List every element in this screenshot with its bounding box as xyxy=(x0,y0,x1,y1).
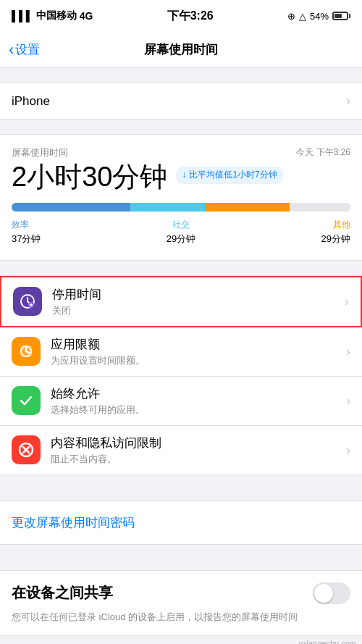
content-privacy-text: 内容和隐私访问限制 阻止不当内容。 xyxy=(51,435,346,466)
downtime-chevron-icon: › xyxy=(345,294,349,309)
content-privacy-title: 内容和隐私访问限制 xyxy=(51,435,346,451)
stat-efficiency-label: 效率 xyxy=(12,219,41,231)
alarm-icon: △ xyxy=(299,11,306,22)
downtime-subtitle: 关闭 xyxy=(52,304,345,317)
compare-icon: ↓ xyxy=(182,170,186,181)
app-limits-text: 应用限额 为应用设置时间限额。 xyxy=(51,336,346,367)
usage-compare: ↓ 比平均值低1小时7分钟 xyxy=(176,167,282,184)
section-gap-4 xyxy=(0,475,362,501)
usage-time-badge: 今天 下午3:26 xyxy=(296,146,350,159)
always-allowed-icon xyxy=(12,386,41,415)
stats-row: 效率 37分钟 社交 29分钟 其他 29分钟 xyxy=(12,219,350,246)
toggle-knob xyxy=(314,584,333,603)
bar-efficiency xyxy=(12,203,130,212)
battery-icon xyxy=(332,12,350,20)
iphone-label: iPhone xyxy=(12,94,50,109)
watermark: yzlangechu.com xyxy=(0,636,362,644)
stat-social-label: 社交 xyxy=(167,219,195,231)
usage-big-time: 2小时30分钟 xyxy=(12,162,167,193)
change-password-link[interactable]: 更改屏幕使用时间密码 xyxy=(12,516,135,530)
usage-section-label: 屏幕使用时间 xyxy=(12,146,68,159)
always-allowed-chevron-icon: › xyxy=(346,393,350,409)
section-gap-3 xyxy=(0,261,362,275)
bar-social xyxy=(130,203,205,212)
usage-progress-bar xyxy=(12,203,350,212)
app-limits-icon xyxy=(12,337,41,366)
settings-item-always-allowed[interactable]: 始终允许 选择始终可用的应用。 › xyxy=(0,377,362,426)
bar-other xyxy=(205,203,290,212)
downtime-title: 停用时间 xyxy=(52,286,345,303)
share-title: 在设备之间共享 xyxy=(12,583,113,603)
stat-efficiency: 效率 37分钟 xyxy=(12,219,41,246)
back-button[interactable]: ‹ 设置 xyxy=(9,41,40,58)
app-limits-title: 应用限额 xyxy=(51,336,346,353)
stat-social: 社交 29分钟 xyxy=(167,219,195,246)
status-time: 下午3:26 xyxy=(167,9,214,24)
network-type: 4G xyxy=(80,10,93,22)
back-label: 设置 xyxy=(15,41,40,58)
always-allowed-subtitle: 选择始终可用的应用。 xyxy=(51,403,346,417)
stat-social-duration: 29分钟 xyxy=(167,233,195,246)
location-icon: ⊕ xyxy=(287,11,295,22)
content-privacy-subtitle: 阻止不当内容。 xyxy=(51,453,346,466)
stat-efficiency-duration: 37分钟 xyxy=(12,233,41,246)
iphone-row[interactable]: iPhone › xyxy=(0,83,362,120)
usage-card: 屏幕使用时间 今天 下午3:26 2小时30分钟 ↓ 比平均值低1小时7分钟 效… xyxy=(0,134,362,261)
page-title: 屏幕使用时间 xyxy=(144,41,218,58)
app-limits-chevron-icon: › xyxy=(346,344,350,359)
downtime-icon xyxy=(13,287,42,316)
downtime-text: 停用时间 关闭 xyxy=(52,286,345,317)
settings-list: 停用时间 关闭 › 应用限额 为应用设置时间限额。 › 始终允许 选择始终可 xyxy=(0,275,362,475)
back-chevron-icon: ‹ xyxy=(9,42,14,58)
usage-header: 屏幕使用时间 今天 下午3:26 xyxy=(12,146,350,159)
carrier-info: ▌▌▌ 中国移动 4G xyxy=(12,9,93,22)
content-privacy-icon xyxy=(12,435,41,464)
settings-item-app-limits[interactable]: 应用限额 为应用设置时间限额。 › xyxy=(0,327,362,377)
section-gap-5 xyxy=(0,545,362,570)
share-toggle[interactable] xyxy=(313,582,350,604)
stat-other: 其他 29分钟 xyxy=(321,219,350,246)
status-bar: ▌▌▌ 中国移动 4G 下午3:26 ⊕ △ 54% xyxy=(0,0,362,32)
share-header: 在设备之间共享 xyxy=(0,571,362,610)
stat-other-duration: 29分钟 xyxy=(321,233,350,246)
app-limits-subtitle: 为应用设置时间限额。 xyxy=(51,354,346,367)
section-gap-2 xyxy=(0,120,362,134)
section-gap-1 xyxy=(0,68,362,83)
share-section: 在设备之间共享 您可以在任何已登录 iCloud 的设备上启用，以报告您的屏幕使… xyxy=(0,570,362,637)
always-allowed-text: 始终允许 选择始终可用的应用。 xyxy=(51,385,346,417)
change-password-row[interactable]: 更改屏幕使用时间密码 xyxy=(0,501,362,545)
settings-item-downtime[interactable]: 停用时间 关闭 › xyxy=(0,276,362,327)
content-privacy-chevron-icon: › xyxy=(346,443,350,458)
bar-empty xyxy=(290,203,350,212)
settings-item-content-privacy[interactable]: 内容和隐私访问限制 阻止不当内容。 › xyxy=(0,426,362,474)
stat-other-label: 其他 xyxy=(321,219,350,231)
signal-bars: ▌▌▌ xyxy=(12,10,33,22)
battery-percent: 54% xyxy=(310,11,329,22)
always-allowed-title: 始终允许 xyxy=(51,385,346,402)
status-indicators: ⊕ △ 54% xyxy=(287,11,350,22)
compare-text: 比平均值低1小时7分钟 xyxy=(189,170,277,181)
carrier-name: 中国移动 xyxy=(36,9,77,22)
nav-bar: ‹ 设置 屏幕使用时间 xyxy=(0,32,362,68)
iphone-chevron-icon: › xyxy=(346,93,350,109)
share-description: 您可以在任何已登录 iCloud 的设备上启用，以报告您的屏幕使用时间 xyxy=(0,610,362,636)
